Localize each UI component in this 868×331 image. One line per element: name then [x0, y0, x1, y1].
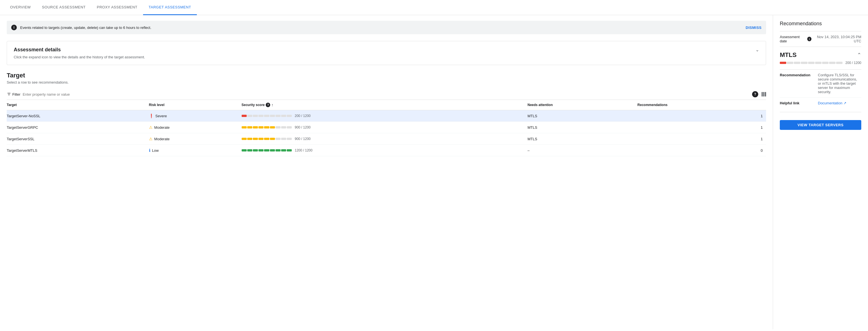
main-layout: i Events related to targets (create, upd…: [0, 15, 868, 329]
target-section: Target Select a row to see recommendatio…: [7, 72, 766, 156]
risk-icon: ❗: [149, 114, 154, 118]
cell-score: 1200 / 1200: [242, 145, 528, 156]
cell-target: TargetServerMTLS: [7, 145, 149, 156]
mtls-bar-segment: [780, 62, 786, 64]
mtls-bar-segment: [836, 62, 842, 64]
cell-recommendations: 1: [638, 133, 766, 145]
assessment-date-help-icon[interactable]: i: [807, 37, 811, 41]
score-segment: [258, 115, 264, 117]
cell-risk: ℹ Low: [149, 145, 242, 156]
tab-target-assessment[interactable]: TARGET ASSESSMENT: [143, 0, 197, 15]
score-segment: [242, 126, 247, 129]
filter-icon: [7, 92, 11, 96]
collapse-icon[interactable]: ⌃: [857, 52, 861, 58]
table-row[interactable]: TargetServerGRPC ⚠ Moderate 900 / 1200 M…: [7, 122, 766, 133]
score-segment: [242, 115, 247, 117]
filter-input[interactable]: [23, 92, 750, 96]
cell-needs-attention: –: [528, 145, 638, 156]
sidebar-divider-3: [780, 112, 861, 112]
sort-icon[interactable]: ↑: [271, 103, 273, 107]
table-row[interactable]: TargetServerMTLS ℹ Low 1200 / 1200 – 0: [7, 145, 766, 156]
mtls-bar-segment: [801, 62, 807, 64]
col-security-score: Security score ? ↑: [242, 100, 528, 110]
tab-overview[interactable]: OVERVIEW: [4, 0, 36, 15]
assessment-date-row: Assessment date i Nov 14, 2023, 10:04:25…: [780, 35, 861, 43]
score-text: 900 / 1200: [295, 137, 311, 141]
table-row[interactable]: TargetServer-NoSSL ❗ Severe 200 / 1200 M…: [7, 110, 766, 122]
risk-label: Low: [152, 148, 159, 153]
columns-icon[interactable]: [762, 92, 766, 96]
score-segment: [253, 115, 258, 117]
assessment-date-value: Nov 14, 2023, 10:04:25 PM UTC: [811, 35, 861, 43]
score-segment: [247, 115, 252, 117]
mtls-section: MTLS ⌃ 200 / 1200 Recommendation Configu…: [780, 51, 861, 109]
mtls-bar-segment: [794, 62, 800, 64]
table-row[interactable]: TargetServerSSL ⚠ Moderate 900 / 1200 MT…: [7, 133, 766, 145]
banner-text: Events related to targets (create, updat…: [20, 26, 742, 30]
score-segment: [287, 126, 292, 129]
cell-needs-attention: MTLS: [528, 110, 638, 122]
score-segment: [258, 138, 264, 140]
score-segment: [281, 126, 286, 129]
sidebar-title: Recommendations: [780, 21, 861, 27]
score-segment: [281, 138, 286, 140]
assessment-date-label: Assessment date i: [780, 35, 811, 43]
score-segment: [264, 126, 269, 129]
mtls-bar-segment: [808, 62, 814, 64]
mtls-bar-segment: [815, 62, 822, 64]
cell-risk: ⚠ Moderate: [149, 133, 242, 145]
target-section-subtitle: Select a row to see recommendations.: [7, 80, 766, 84]
cell-score: 200 / 1200: [242, 110, 528, 122]
score-segment: [247, 126, 252, 129]
cell-recommendations: 1: [638, 110, 766, 122]
assessment-details-header[interactable]: Assessment details ⌄: [14, 47, 759, 53]
cell-needs-attention: MTLS: [528, 133, 638, 145]
score-text: 1200 / 1200: [295, 148, 312, 152]
col-risk-level: Risk level: [149, 100, 242, 110]
cell-risk: ⚠ Moderate: [149, 122, 242, 133]
filter-label: Filter: [12, 92, 21, 96]
cell-target: TargetServerSSL: [7, 133, 149, 145]
score-segment: [270, 149, 275, 151]
nav-tabs: OVERVIEW SOURCE ASSESSMENT PROXY ASSESSM…: [0, 0, 868, 15]
score-segment: [264, 149, 269, 151]
col-needs-attention: Needs attention: [528, 100, 638, 110]
score-segment: [253, 149, 258, 151]
documentation-link[interactable]: Documentation ↗: [818, 101, 846, 105]
score-segment: [264, 138, 269, 140]
score-segment: [242, 138, 247, 140]
mtls-bar-segment: [822, 62, 829, 64]
filter-label-group: Filter: [7, 92, 21, 96]
mtls-title: MTLS: [780, 51, 797, 59]
cell-needs-attention: MTLS: [528, 122, 638, 133]
target-section-title: Target: [7, 72, 766, 79]
col-recommendations: Recommendations: [638, 100, 766, 110]
mtls-bar: [780, 62, 842, 64]
security-score-help-icon[interactable]: ?: [266, 103, 270, 107]
mtls-divider-1: [780, 69, 861, 70]
view-target-servers-button[interactable]: VIEW TARGET SERVERS: [780, 120, 861, 130]
cell-target: TargetServer-NoSSL: [7, 110, 149, 122]
cell-risk: ❗ Severe: [149, 110, 242, 122]
tab-source-assessment[interactable]: SOURCE ASSESSMENT: [36, 0, 91, 15]
mtls-score-label: 200 / 1200: [845, 61, 861, 65]
filter-right-icons: ?: [752, 91, 766, 97]
score-segment: [258, 126, 264, 129]
col-target: Target: [7, 100, 149, 110]
score-segment: [281, 115, 286, 117]
chevron-down-icon[interactable]: ⌄: [755, 47, 759, 52]
info-banner: i Events related to targets (create, upd…: [7, 21, 766, 34]
mtls-bar-segment: [787, 62, 793, 64]
risk-label: Moderate: [154, 126, 170, 130]
risk-icon: ℹ: [149, 148, 150, 153]
score-segment: [276, 149, 281, 151]
risk-label: Moderate: [154, 137, 170, 141]
risk-icon: ⚠: [149, 137, 153, 141]
score-segment: [287, 115, 292, 117]
tab-proxy-assessment[interactable]: PROXY ASSESSMENT: [91, 0, 143, 15]
help-icon[interactable]: ?: [752, 91, 758, 97]
target-table: Target Risk level Security score ? ↑ Nee…: [7, 100, 766, 156]
score-segment: [276, 115, 281, 117]
risk-icon: ⚠: [149, 125, 153, 130]
dismiss-button[interactable]: DISMISS: [746, 26, 762, 30]
